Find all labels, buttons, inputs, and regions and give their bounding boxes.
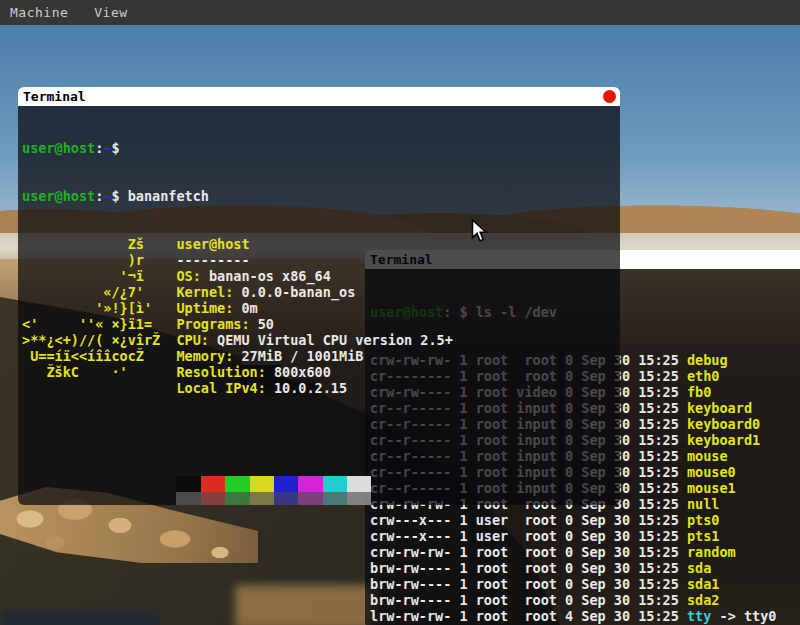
palette-swatch: [274, 492, 298, 505]
dev-row: crw-rw-rw- 1 root root 0 Sep 30 15:25 ra…: [370, 544, 800, 560]
fetch-line: «/¿7' Kernel: 0.0.0-banan_os: [22, 284, 620, 300]
dev-file-name: sda2: [687, 592, 720, 608]
dev-row-meta: brw-rw---- 1 root root 0 Sep 30 15:25: [370, 576, 687, 592]
screen: Terminal user@host:~$ ls -l /dev crw-rw-…: [0, 0, 800, 625]
blank-line: [22, 428, 620, 444]
dev-row-meta: crw---x--- 1 user root 0 Sep 30 15:25: [370, 528, 687, 544]
fetch-output: Zš user@host )r --------- '¬ï OS: banan-…: [22, 236, 620, 396]
dev-row-meta: brw-rw---- 1 root root 0 Sep 30 15:25: [370, 560, 687, 576]
fetch-ascii-art: [22, 380, 176, 396]
dev-file-name: keyboard1: [687, 432, 760, 448]
menu-item-machine[interactable]: Machine: [10, 5, 68, 20]
fetch-line: Local IPv4: 10.0.2.15: [22, 380, 620, 396]
dev-file-name: null: [687, 496, 720, 512]
palette-swatch: [250, 476, 274, 492]
dev-row: crw---x--- 1 user root 0 Sep 30 15:25 pt…: [370, 512, 800, 528]
fetch-ascii-art: '»!}[ì': [22, 300, 176, 316]
prompt-user: user@host: [22, 188, 95, 204]
dev-row-meta: brw-rw---- 1 root root 0 Sep 30 15:25: [370, 592, 687, 608]
terminal1-close-button[interactable]: [603, 90, 616, 103]
fetch-ascii-art: ŽškC ·': [22, 364, 176, 380]
fetch-ascii-art: «/¿7': [22, 284, 176, 300]
wallpaper-rocks: [0, 495, 250, 575]
palette-swatch: [201, 492, 225, 505]
fetch-line: Zš user@host: [22, 236, 620, 252]
terminal1-titlebar[interactable]: Terminal: [18, 87, 620, 106]
fetch-value: 10.0.2.15: [266, 380, 347, 396]
fetch-ascii-art: )r: [22, 252, 176, 268]
palette-swatch: [298, 492, 322, 505]
fetch-value: 800x600: [266, 364, 331, 380]
palette-swatch: [323, 476, 347, 492]
terminal-window-1: Terminal user@host:~$ user@host:~$ banan…: [18, 87, 620, 505]
fetch-line: )r ---------: [22, 252, 620, 268]
fetch-line: '¬ï OS: banan-os x86_64: [22, 268, 620, 284]
command-text: bananfetch: [128, 188, 209, 204]
terminal1-title: Terminal: [23, 89, 86, 104]
dev-row: lrw-rw-rw- 1 root root 4 Sep 30 15:25 tt…: [370, 608, 800, 624]
dev-file-name: pts0: [687, 512, 720, 528]
dev-file-name: tty: [687, 608, 711, 624]
dev-row-meta: crw---x--- 1 user root 0 Sep 30 15:25: [370, 512, 687, 528]
dev-file-name: mouse0: [687, 464, 736, 480]
fetch-label: OS:: [176, 268, 200, 284]
fetch-value: QEMU Virtual CPU version 2.5+: [209, 332, 453, 348]
dev-file-name: debug: [687, 352, 728, 368]
terminal1-content[interactable]: user@host:~$ user@host:~$ bananfetch Zš …: [18, 106, 620, 505]
wallpaper-bottom-shadow: [0, 610, 160, 625]
dev-row: brw-rw---- 1 root root 0 Sep 30 15:25 sd…: [370, 576, 800, 592]
fetch-label: Programs:: [176, 316, 249, 332]
dev-link-target: -> tty0: [711, 608, 776, 624]
color-palette: [22, 476, 620, 505]
fetch-value: 0m: [233, 300, 257, 316]
fetch-label: Kernel:: [176, 284, 233, 300]
fetch-label: Uptime:: [176, 300, 233, 316]
fetch-line: ŽškC ·' Resolution: 800x600: [22, 364, 620, 380]
palette-swatch: [201, 476, 225, 492]
fetch-line: <' ''« ×}ï1= Programs: 50: [22, 316, 620, 332]
dev-file-name: eth0: [687, 368, 720, 384]
palette-row: [176, 492, 620, 505]
fetch-label: Local IPv4:: [176, 380, 265, 396]
palette-swatch: [176, 476, 200, 492]
palette-swatch: [298, 476, 322, 492]
dev-file-name: fb0: [687, 384, 711, 400]
fetch-value: 0.0.0-banan_os: [233, 284, 355, 300]
terminal1-old-prompt: user@host:~$: [22, 140, 620, 156]
terminal1-command-line: user@host:~$ bananfetch: [22, 188, 620, 204]
dev-file-name: random: [687, 544, 736, 560]
dev-file-name: sda: [687, 560, 711, 576]
dev-file-name: pts1: [687, 528, 720, 544]
dev-row-meta: lrw-rw-rw- 1 root root 4 Sep 30 15:25: [370, 608, 687, 624]
fetch-value: banan-os x86_64: [201, 268, 331, 284]
palette-swatch: [274, 476, 298, 492]
dev-file-name: keyboard0: [687, 416, 760, 432]
fetch-line: '»!}[ì' Uptime: 0m: [22, 300, 620, 316]
palette-row: [176, 476, 620, 492]
fetch-label: user@host: [176, 236, 249, 252]
palette-swatch: [250, 492, 274, 505]
dev-file-name: mouse: [687, 448, 728, 464]
fetch-ascii-art: U==íï<<íîîcocŽ: [22, 348, 176, 364]
wallpaper-bottom-sand: [235, 585, 375, 625]
fetch-value: 27MiB / 1001MiB: [233, 348, 363, 364]
palette-swatch: [225, 492, 249, 505]
prompt-symbol: $: [111, 188, 127, 204]
menu-item-view[interactable]: View: [94, 5, 127, 20]
menubar: Machine View: [0, 0, 800, 25]
prompt-symbol: $: [111, 140, 127, 156]
mouse-pointer-icon: [471, 219, 489, 245]
fetch-ascii-art: >**¿<+)//( ×¿vîrŽ: [22, 332, 176, 348]
fetch-label: CPU:: [176, 332, 209, 348]
fetch-value: ---------: [176, 252, 249, 268]
fetch-ascii-art: <' ''« ×}ï1=: [22, 316, 176, 332]
palette-swatch: [323, 492, 347, 505]
palette-swatch: [225, 476, 249, 492]
dev-file-name: mouse1: [687, 480, 736, 496]
dev-file-name: keyboard: [687, 400, 752, 416]
palette-swatch: [347, 492, 371, 505]
fetch-label: Resolution:: [176, 364, 265, 380]
palette-swatch: [347, 476, 371, 492]
palette-swatch: [176, 492, 200, 505]
dev-row-meta: crw-rw-rw- 1 root root 0 Sep 30 15:25: [370, 544, 687, 560]
